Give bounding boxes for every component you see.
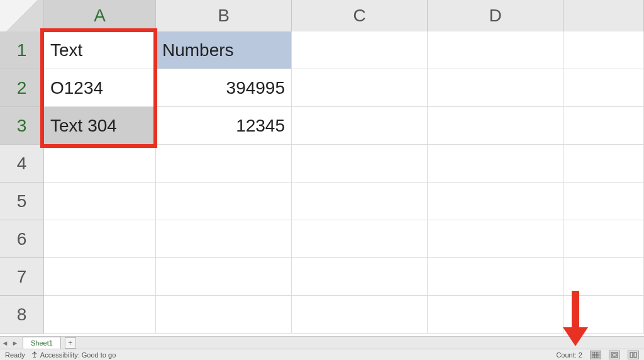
cell-A2[interactable]: O1234	[44, 69, 156, 107]
view-page-break-button[interactable]	[628, 351, 639, 359]
svg-rect-4	[634, 352, 636, 357]
cell-E2[interactable]	[564, 69, 644, 107]
column-header-D[interactable]: D	[428, 0, 564, 31]
cell-D7[interactable]	[428, 258, 564, 296]
cell-D1[interactable]	[428, 31, 564, 69]
cell-D2[interactable]	[428, 69, 564, 107]
sheet-nav-next[interactable]: ►	[10, 337, 20, 349]
cell-A5[interactable]	[44, 183, 156, 220]
status-ready: Ready	[5, 351, 25, 359]
cell-C1[interactable]	[292, 31, 428, 69]
cell-D3[interactable]	[428, 107, 564, 145]
cell-A4[interactable]	[44, 145, 156, 183]
select-all-triangle[interactable]	[0, 0, 44, 31]
cell-C5[interactable]	[292, 183, 428, 220]
page-break-icon	[630, 352, 637, 358]
cell-B5[interactable]	[156, 183, 292, 220]
cell-A3[interactable]: Text 304	[44, 107, 156, 145]
column-header-C[interactable]: C	[292, 0, 428, 31]
cell-A6[interactable]	[44, 220, 156, 258]
cell-C3[interactable]	[292, 107, 428, 145]
column-header-A[interactable]: A	[44, 0, 156, 31]
svg-point-0	[33, 351, 35, 353]
row-header-1[interactable]: 1	[0, 31, 44, 69]
view-page-layout-button[interactable]	[609, 351, 620, 359]
cell-B1[interactable]: Numbers	[156, 31, 292, 69]
accessibility-icon	[31, 351, 38, 359]
cell-B2[interactable]: 394995	[156, 69, 292, 107]
cell-E1[interactable]	[564, 31, 644, 69]
cell-E8[interactable]	[564, 296, 644, 334]
cell-D6[interactable]	[428, 220, 564, 258]
row-header-2[interactable]: 2	[0, 69, 44, 107]
cell-E3[interactable]	[564, 107, 644, 145]
svg-rect-2	[613, 354, 616, 356]
cell-D4[interactable]	[428, 145, 564, 183]
page-layout-icon	[611, 352, 618, 358]
cell-C8[interactable]	[292, 296, 428, 334]
row-header-3[interactable]: 3	[0, 107, 44, 145]
cell-B7[interactable]	[156, 258, 292, 296]
row-header-7[interactable]: 7	[0, 258, 44, 296]
cell-E5[interactable]	[564, 183, 644, 220]
cell-A8[interactable]	[44, 296, 156, 334]
add-sheet-button[interactable]: +	[65, 337, 76, 349]
cell-E7[interactable]	[564, 258, 644, 296]
row-header-8[interactable]: 8	[0, 296, 44, 334]
cell-A1[interactable]: Text	[44, 31, 156, 69]
status-accessibility[interactable]: Accessibility: Good to go	[31, 351, 116, 359]
status-count: Count: 2	[556, 351, 582, 359]
cell-A7[interactable]	[44, 258, 156, 296]
column-header-B[interactable]: B	[156, 0, 292, 31]
cell-E6[interactable]	[564, 220, 644, 258]
cell-C2[interactable]	[292, 69, 428, 107]
grid-icon	[592, 352, 599, 358]
sheet-tab-sheet1[interactable]: Sheet1	[23, 337, 61, 349]
row-header-5[interactable]: 5	[0, 183, 44, 220]
cell-B8[interactable]	[156, 296, 292, 334]
svg-rect-3	[630, 352, 633, 357]
status-accessibility-label: Accessibility: Good to go	[40, 351, 116, 359]
view-normal-button[interactable]	[590, 351, 601, 359]
cell-C7[interactable]	[292, 258, 428, 296]
cell-E4[interactable]	[564, 145, 644, 183]
cell-C6[interactable]	[292, 220, 428, 258]
cell-D5[interactable]	[428, 183, 564, 220]
cell-B6[interactable]	[156, 220, 292, 258]
row-header-4[interactable]: 4	[0, 145, 44, 183]
row-header-6[interactable]: 6	[0, 220, 44, 258]
cell-B4[interactable]	[156, 145, 292, 183]
cell-D8[interactable]	[428, 296, 564, 334]
sheet-nav-prev[interactable]: ◄	[0, 337, 10, 349]
cell-C4[interactable]	[292, 145, 428, 183]
cell-B3[interactable]: 12345	[156, 107, 292, 145]
column-header-overflow[interactable]	[564, 0, 644, 31]
